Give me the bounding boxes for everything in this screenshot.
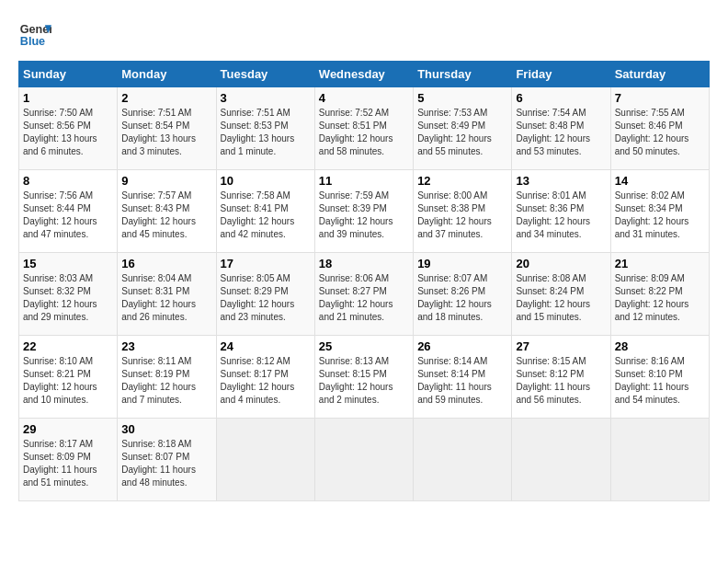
calendar-cell [414, 419, 512, 501]
calendar-cell: 14Sunrise: 8:02 AMSunset: 8:34 PMDayligh… [610, 170, 709, 253]
calendar-cell [216, 419, 314, 501]
day-number: 8 [23, 174, 113, 188]
day-number: 20 [516, 257, 606, 270]
calendar-cell [512, 419, 610, 501]
day-info: Sunrise: 8:12 AMSunset: 8:17 PMDaylight:… [221, 356, 295, 405]
day-info: Sunrise: 8:02 AMSunset: 8:34 PMDaylight:… [615, 190, 689, 239]
header-tuesday: Tuesday [216, 62, 314, 87]
calendar-header-row: SundayMondayTuesdayWednesdayThursdayFrid… [19, 62, 710, 87]
calendar-cell: 24Sunrise: 8:12 AMSunset: 8:17 PMDayligh… [216, 336, 314, 419]
day-number: 5 [417, 91, 507, 105]
calendar-cell: 12Sunrise: 8:00 AMSunset: 8:38 PMDayligh… [414, 170, 512, 253]
day-number: 16 [121, 257, 211, 270]
day-number: 15 [23, 257, 113, 270]
calendar-cell: 10Sunrise: 7:58 AMSunset: 8:41 PMDayligh… [216, 170, 314, 253]
day-info: Sunrise: 8:16 AMSunset: 8:10 PMDaylight:… [615, 356, 689, 405]
day-info: Sunrise: 8:01 AMSunset: 8:36 PMDaylight:… [516, 190, 590, 239]
day-number: 23 [121, 339, 211, 353]
header-friday: Friday [512, 62, 610, 87]
calendar-cell: 23Sunrise: 8:11 AMSunset: 8:19 PMDayligh… [118, 336, 216, 419]
day-number: 18 [319, 257, 409, 270]
day-info: Sunrise: 7:52 AMSunset: 8:51 PMDaylight:… [319, 108, 393, 156]
day-info: Sunrise: 8:17 AMSunset: 8:09 PMDaylight:… [23, 439, 97, 488]
calendar-cell: 7Sunrise: 7:55 AMSunset: 8:46 PMDaylight… [610, 87, 709, 170]
calendar-cell: 5Sunrise: 7:53 AMSunset: 8:49 PMDaylight… [414, 87, 512, 170]
day-number: 25 [319, 339, 409, 353]
svg-text:Blue: Blue [20, 35, 45, 48]
calendar-cell: 17Sunrise: 8:05 AMSunset: 8:29 PMDayligh… [216, 253, 314, 336]
day-number: 26 [417, 339, 507, 353]
day-number: 19 [417, 257, 507, 270]
calendar-cell: 6Sunrise: 7:54 AMSunset: 8:48 PMDaylight… [512, 87, 610, 170]
logo: General Blue [18, 18, 51, 52]
calendar-cell: 22Sunrise: 8:10 AMSunset: 8:21 PMDayligh… [19, 336, 118, 419]
day-number: 24 [221, 339, 311, 353]
day-number: 30 [121, 422, 211, 436]
page-header: General Blue [18, 18, 710, 52]
calendar-cell: 8Sunrise: 7:56 AMSunset: 8:44 PMDaylight… [19, 170, 118, 253]
day-info: Sunrise: 7:53 AMSunset: 8:49 PMDaylight:… [417, 108, 492, 156]
day-number: 21 [615, 257, 705, 270]
day-number: 4 [319, 91, 409, 105]
calendar-cell: 19Sunrise: 8:07 AMSunset: 8:26 PMDayligh… [414, 253, 512, 336]
day-info: Sunrise: 7:55 AMSunset: 8:46 PMDaylight:… [615, 108, 689, 156]
day-info: Sunrise: 8:09 AMSunset: 8:22 PMDaylight:… [615, 273, 689, 322]
calendar-table: SundayMondayTuesdayWednesdayThursdayFrid… [18, 61, 710, 501]
calendar-week-1: 1Sunrise: 7:50 AMSunset: 8:56 PMDaylight… [19, 87, 710, 170]
day-number: 28 [615, 339, 705, 353]
header-monday: Monday [118, 62, 216, 87]
calendar-cell: 25Sunrise: 8:13 AMSunset: 8:15 PMDayligh… [314, 336, 413, 419]
day-number: 7 [615, 91, 705, 105]
day-info: Sunrise: 7:59 AMSunset: 8:39 PMDaylight:… [319, 190, 393, 239]
day-info: Sunrise: 8:00 AMSunset: 8:38 PMDaylight:… [417, 190, 492, 239]
calendar-week-2: 8Sunrise: 7:56 AMSunset: 8:44 PMDaylight… [19, 170, 710, 253]
day-info: Sunrise: 8:08 AMSunset: 8:24 PMDaylight:… [516, 273, 590, 322]
calendar-cell: 29Sunrise: 8:17 AMSunset: 8:09 PMDayligh… [19, 419, 118, 501]
calendar-cell: 13Sunrise: 8:01 AMSunset: 8:36 PMDayligh… [512, 170, 610, 253]
calendar-cell: 4Sunrise: 7:52 AMSunset: 8:51 PMDaylight… [314, 87, 413, 170]
day-info: Sunrise: 7:58 AMSunset: 8:41 PMDaylight:… [221, 190, 295, 239]
calendar-cell: 28Sunrise: 8:16 AMSunset: 8:10 PMDayligh… [610, 336, 709, 419]
header-thursday: Thursday [414, 62, 512, 87]
day-number: 1 [23, 91, 113, 105]
calendar-cell: 2Sunrise: 7:51 AMSunset: 8:54 PMDaylight… [118, 87, 216, 170]
day-number: 11 [319, 174, 409, 188]
day-number: 3 [221, 91, 311, 105]
calendar-cell: 21Sunrise: 8:09 AMSunset: 8:22 PMDayligh… [610, 253, 709, 336]
calendar-cell: 3Sunrise: 7:51 AMSunset: 8:53 PMDaylight… [216, 87, 314, 170]
day-info: Sunrise: 8:14 AMSunset: 8:14 PMDaylight:… [417, 356, 492, 405]
calendar-cell: 26Sunrise: 8:14 AMSunset: 8:14 PMDayligh… [414, 336, 512, 419]
logo-icon: General Blue [18, 18, 51, 52]
day-info: Sunrise: 7:51 AMSunset: 8:54 PMDaylight:… [121, 108, 196, 156]
calendar-week-4: 22Sunrise: 8:10 AMSunset: 8:21 PMDayligh… [19, 336, 710, 419]
header-saturday: Saturday [610, 62, 709, 87]
header-sunday: Sunday [19, 62, 118, 87]
calendar-cell: 30Sunrise: 8:18 AMSunset: 8:07 PMDayligh… [118, 419, 216, 501]
calendar-cell: 15Sunrise: 8:03 AMSunset: 8:32 PMDayligh… [19, 253, 118, 336]
day-number: 17 [221, 257, 311, 270]
day-info: Sunrise: 8:11 AMSunset: 8:19 PMDaylight:… [121, 356, 196, 405]
calendar-week-5: 29Sunrise: 8:17 AMSunset: 8:09 PMDayligh… [19, 419, 710, 501]
day-number: 6 [516, 91, 606, 105]
calendar-cell: 27Sunrise: 8:15 AMSunset: 8:12 PMDayligh… [512, 336, 610, 419]
calendar-cell: 18Sunrise: 8:06 AMSunset: 8:27 PMDayligh… [314, 253, 413, 336]
day-number: 12 [417, 174, 507, 188]
day-info: Sunrise: 8:15 AMSunset: 8:12 PMDaylight:… [516, 356, 590, 405]
day-info: Sunrise: 7:56 AMSunset: 8:44 PMDaylight:… [23, 190, 97, 239]
day-number: 9 [121, 174, 211, 188]
calendar-cell [314, 419, 413, 501]
day-info: Sunrise: 8:05 AMSunset: 8:29 PMDaylight:… [221, 273, 295, 322]
day-info: Sunrise: 7:50 AMSunset: 8:56 PMDaylight:… [23, 108, 97, 156]
day-number: 22 [23, 339, 113, 353]
day-number: 13 [516, 174, 606, 188]
day-number: 10 [221, 174, 311, 188]
header-wednesday: Wednesday [314, 62, 413, 87]
calendar-cell: 20Sunrise: 8:08 AMSunset: 8:24 PMDayligh… [512, 253, 610, 336]
day-number: 29 [23, 422, 113, 436]
day-info: Sunrise: 8:07 AMSunset: 8:26 PMDaylight:… [417, 273, 492, 322]
day-info: Sunrise: 7:54 AMSunset: 8:48 PMDaylight:… [516, 108, 590, 156]
day-info: Sunrise: 8:04 AMSunset: 8:31 PMDaylight:… [121, 273, 196, 322]
calendar-cell [610, 419, 709, 501]
calendar-cell: 1Sunrise: 7:50 AMSunset: 8:56 PMDaylight… [19, 87, 118, 170]
day-info: Sunrise: 8:06 AMSunset: 8:27 PMDaylight:… [319, 273, 393, 322]
